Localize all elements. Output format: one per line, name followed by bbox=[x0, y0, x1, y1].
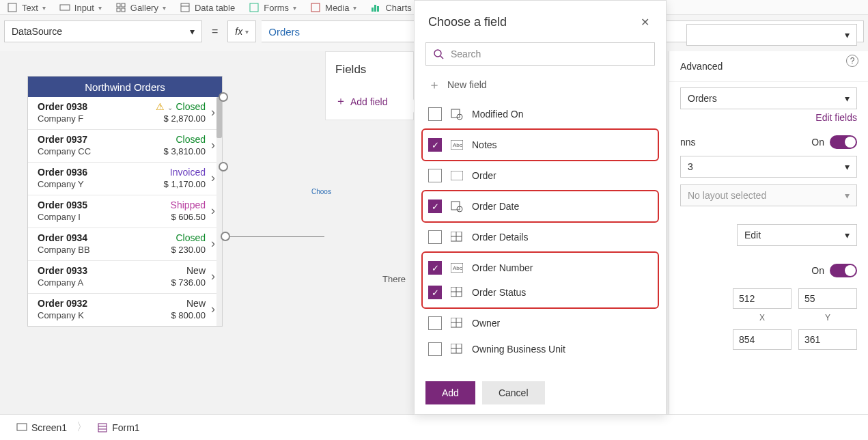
ribbon-item-datatable[interactable]: Data table bbox=[173, 2, 242, 14]
form-icon bbox=[97, 422, 108, 433]
chevron-right-icon[interactable]: › bbox=[211, 105, 215, 120]
svg-rect-10 bbox=[372, 8, 374, 12]
cancel-button[interactable]: Cancel bbox=[482, 381, 545, 404]
connector-line bbox=[230, 236, 324, 237]
ribbon-item-text[interactable]: Text▾ bbox=[0, 2, 53, 14]
add-button[interactable]: Add bbox=[425, 381, 475, 404]
y-input[interactable]: 55 bbox=[798, 288, 857, 309]
field-label: Modified On bbox=[472, 109, 523, 120]
height-input[interactable]: 361 bbox=[798, 329, 857, 350]
property-dropdown[interactable]: DataSource ▾ bbox=[4, 20, 202, 42]
field-item-notes[interactable]: ✓ Abc Notes bbox=[428, 134, 651, 156]
price-label: $ 736.00 bbox=[147, 277, 206, 288]
lookup-icon bbox=[450, 286, 464, 299]
svg-line-16 bbox=[440, 56, 443, 59]
default-mode-select[interactable]: Edit▾ bbox=[737, 224, 857, 246]
fx-button[interactable]: fx▾ bbox=[227, 20, 256, 42]
price-label: $ 1,170.00 bbox=[147, 179, 206, 189]
control-selector-partial[interactable]: ▾ bbox=[686, 24, 857, 46]
resize-handle[interactable] bbox=[219, 162, 228, 171]
field-item-modified-on[interactable]: Modified On bbox=[415, 101, 666, 127]
datetime-icon bbox=[450, 200, 464, 213]
status-label: New bbox=[147, 265, 206, 276]
breadcrumb-separator: 〉 bbox=[76, 420, 87, 435]
svg-rect-2 bbox=[117, 3, 120, 7]
order-number-label: Order 0933 bbox=[38, 265, 147, 276]
ribbon-item-forms[interactable]: Forms▾ bbox=[242, 2, 303, 14]
checkbox[interactable] bbox=[428, 107, 442, 121]
edit-fields-link[interactable]: Edit fields bbox=[680, 112, 857, 123]
status-label: Shipped bbox=[147, 200, 206, 210]
breadcrumb: Screen1 〉 Form1 bbox=[0, 414, 868, 440]
resize-handle[interactable] bbox=[221, 232, 230, 241]
field-label: Order Status bbox=[472, 287, 526, 298]
chevron-right-icon[interactable]: › bbox=[211, 302, 215, 316]
x-input[interactable]: 512 bbox=[733, 288, 792, 309]
order-number-label: Order 0934 bbox=[38, 232, 147, 243]
field-item-owner[interactable]: Owner bbox=[415, 310, 666, 336]
add-field-button[interactable]: ＋ Add field bbox=[335, 94, 404, 109]
svg-rect-22 bbox=[451, 202, 460, 210]
gallery-row[interactable]: Order 0938Company F ⚠⌄Closed$ 2,870.00 › bbox=[28, 97, 222, 130]
chevron-right-icon[interactable]: › bbox=[211, 269, 215, 284]
breadcrumb-screen[interactable]: Screen1 bbox=[10, 420, 74, 436]
lookup-icon bbox=[450, 342, 464, 356]
search-input[interactable]: Search bbox=[425, 42, 655, 66]
svg-rect-17 bbox=[451, 109, 460, 118]
checkbox[interactable] bbox=[428, 316, 442, 330]
visible-toggle[interactable] bbox=[830, 264, 857, 277]
field-item-order-date[interactable]: ✓ Order Date bbox=[428, 195, 651, 217]
price-label: $ 230.00 bbox=[147, 245, 206, 255]
field-label: Order Number bbox=[472, 262, 533, 273]
gallery-row[interactable]: Order 0932Company K New$ 800.00 › bbox=[28, 294, 222, 326]
field-label: Order Details bbox=[472, 232, 528, 243]
checkbox-checked[interactable]: ✓ bbox=[428, 138, 442, 152]
resize-handle[interactable] bbox=[219, 92, 228, 102]
gallery-row[interactable]: Order 0933Company A New$ 736.00 › bbox=[28, 261, 222, 294]
field-label: Order bbox=[472, 170, 496, 181]
chevron-right-icon[interactable]: › bbox=[211, 138, 215, 152]
field-label: Order Date bbox=[472, 201, 519, 212]
new-field-button[interactable]: ＋ New field bbox=[415, 72, 666, 98]
field-item-owning-bu[interactable]: Owning Business Unit bbox=[415, 336, 666, 362]
gallery-row[interactable]: Order 0934Company BB Closed$ 230.00 › bbox=[28, 228, 222, 261]
scrollbar-thumb[interactable] bbox=[216, 97, 222, 138]
gallery-scrollbar[interactable] bbox=[216, 97, 222, 326]
field-item-order-number[interactable]: ✓ Abc Order Number bbox=[428, 257, 651, 279]
price-label: $ 800.00 bbox=[147, 310, 206, 320]
help-icon[interactable]: ? bbox=[846, 55, 858, 67]
chevron-right-icon[interactable]: › bbox=[211, 171, 215, 185]
datasource-select[interactable]: Orders▾ bbox=[680, 87, 857, 109]
checkbox-checked[interactable]: ✓ bbox=[428, 286, 442, 299]
checkbox[interactable] bbox=[428, 342, 442, 356]
checkbox[interactable] bbox=[428, 230, 442, 244]
field-item-order-status[interactable]: ✓ Order Status bbox=[428, 281, 651, 303]
highlight-notes: ✓ Abc Notes bbox=[421, 128, 659, 161]
width-input[interactable]: 854 bbox=[733, 329, 792, 350]
popover-footer: Add Cancel bbox=[415, 372, 666, 414]
tab-advanced[interactable]: Advanced bbox=[669, 54, 868, 82]
snap-columns-toggle[interactable] bbox=[830, 135, 857, 149]
order-number-label: Order 0936 bbox=[38, 167, 147, 178]
column-count-select[interactable]: 3▾ bbox=[680, 156, 857, 178]
lookup-icon bbox=[450, 230, 464, 244]
gallery-northwind-orders[interactable]: Northwind Orders Order 0938Company F ⚠⌄C… bbox=[27, 76, 223, 327]
field-item-order-details[interactable]: Order Details bbox=[415, 224, 666, 250]
ribbon-item-gallery[interactable]: Gallery▾ bbox=[109, 2, 173, 14]
ribbon-item-media[interactable]: Media▾ bbox=[303, 2, 363, 14]
gallery-row[interactable]: Order 0936Company Y Invoiced$ 1,170.00 › bbox=[28, 163, 222, 195]
gallery-row[interactable]: Order 0937Company CC Closed$ 3,810.00 › bbox=[28, 130, 222, 163]
checkbox-checked[interactable]: ✓ bbox=[428, 261, 442, 275]
layout-select[interactable]: No layout selected▾ bbox=[680, 184, 857, 206]
ribbon-item-input[interactable]: Input▾ bbox=[53, 2, 109, 14]
breadcrumb-form[interactable]: Form1 bbox=[90, 420, 146, 436]
field-list[interactable]: Modified On ✓ Abc Notes Order ✓ Order Da… bbox=[415, 98, 666, 372]
close-icon[interactable]: ✕ bbox=[638, 13, 652, 31]
field-item-order[interactable]: Order bbox=[415, 163, 666, 189]
checkbox-checked[interactable]: ✓ bbox=[428, 200, 442, 213]
svg-rect-1 bbox=[60, 5, 70, 10]
chevron-right-icon[interactable]: › bbox=[211, 236, 215, 251]
gallery-row[interactable]: Order 0935Company I Shipped$ 606.50 › bbox=[28, 195, 222, 228]
chevron-right-icon[interactable]: › bbox=[211, 204, 215, 218]
checkbox[interactable] bbox=[428, 169, 442, 182]
